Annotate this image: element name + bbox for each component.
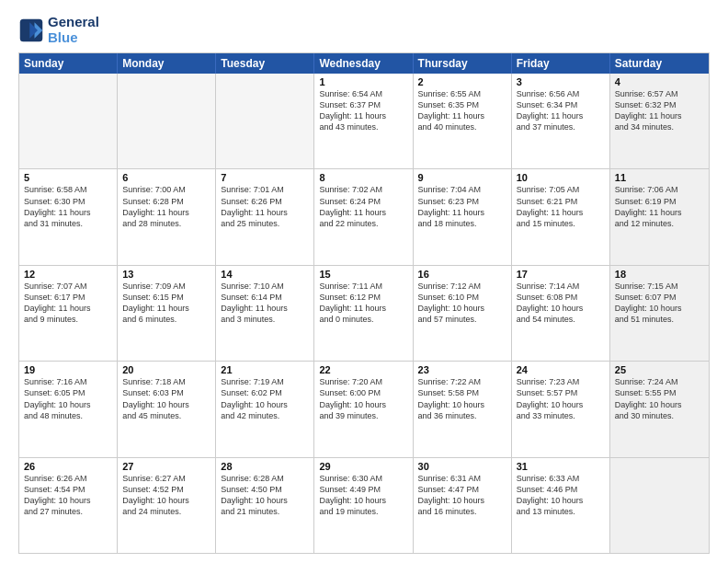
day-cell-23: 23Sunrise: 7:22 AM Sunset: 5:58 PM Dayli… xyxy=(414,362,512,456)
day-info: Sunrise: 7:19 AM Sunset: 6:02 PM Dayligh… xyxy=(221,376,309,421)
day-info: Sunrise: 7:22 AM Sunset: 5:58 PM Dayligh… xyxy=(418,376,506,421)
header-day-wednesday: Wednesday xyxy=(314,53,413,74)
day-info: Sunrise: 7:01 AM Sunset: 6:26 PM Dayligh… xyxy=(221,184,309,229)
empty-cell-4-6 xyxy=(610,458,709,553)
day-info: Sunrise: 7:02 AM Sunset: 6:24 PM Dayligh… xyxy=(319,184,407,229)
day-number: 22 xyxy=(319,364,407,375)
day-cell-27: 27Sunrise: 6:27 AM Sunset: 4:52 PM Dayli… xyxy=(118,458,216,553)
day-info: Sunrise: 7:23 AM Sunset: 5:57 PM Dayligh… xyxy=(517,376,605,421)
logo-icon xyxy=(18,17,44,43)
day-cell-30: 30Sunrise: 6:31 AM Sunset: 4:47 PM Dayli… xyxy=(414,458,512,553)
day-info: Sunrise: 6:58 AM Sunset: 6:30 PM Dayligh… xyxy=(24,184,112,229)
day-info: Sunrise: 7:12 AM Sunset: 6:10 PM Dayligh… xyxy=(418,281,506,326)
day-number: 21 xyxy=(221,364,309,375)
day-info: Sunrise: 7:16 AM Sunset: 6:05 PM Dayligh… xyxy=(24,376,112,421)
day-info: Sunrise: 7:11 AM Sunset: 6:12 PM Dayligh… xyxy=(319,281,407,326)
day-cell-13: 13Sunrise: 7:09 AM Sunset: 6:15 PM Dayli… xyxy=(118,266,216,361)
day-cell-11: 11Sunrise: 7:06 AM Sunset: 6:19 PM Dayli… xyxy=(610,169,709,264)
day-info: Sunrise: 6:56 AM Sunset: 6:34 PM Dayligh… xyxy=(517,88,605,133)
day-info: Sunrise: 6:55 AM Sunset: 6:35 PM Dayligh… xyxy=(418,88,506,133)
day-cell-16: 16Sunrise: 7:12 AM Sunset: 6:10 PM Dayli… xyxy=(414,266,512,361)
day-cell-14: 14Sunrise: 7:10 AM Sunset: 6:14 PM Dayli… xyxy=(216,266,314,361)
header-day-tuesday: Tuesday xyxy=(216,53,314,74)
header-day-sunday: Sunday xyxy=(19,53,118,74)
day-cell-4: 4Sunrise: 6:57 AM Sunset: 6:32 PM Daylig… xyxy=(610,74,709,168)
day-number: 12 xyxy=(24,269,112,280)
day-cell-8: 8Sunrise: 7:02 AM Sunset: 6:24 PM Daylig… xyxy=(314,169,413,264)
day-info: Sunrise: 7:07 AM Sunset: 6:17 PM Dayligh… xyxy=(24,281,112,326)
day-cell-10: 10Sunrise: 7:05 AM Sunset: 6:21 PM Dayli… xyxy=(512,169,610,264)
calendar: SundayMondayTuesdayWednesdayThursdayFrid… xyxy=(18,52,710,554)
day-cell-20: 20Sunrise: 7:18 AM Sunset: 6:03 PM Dayli… xyxy=(118,362,216,456)
day-info: Sunrise: 6:30 AM Sunset: 4:49 PM Dayligh… xyxy=(319,473,407,518)
day-number: 28 xyxy=(221,461,309,472)
day-number: 10 xyxy=(517,172,605,183)
day-info: Sunrise: 6:31 AM Sunset: 4:47 PM Dayligh… xyxy=(418,473,506,518)
day-info: Sunrise: 7:14 AM Sunset: 6:08 PM Dayligh… xyxy=(517,281,605,326)
empty-cell-0-0 xyxy=(19,74,118,168)
day-number: 5 xyxy=(24,172,112,183)
day-info: Sunrise: 6:33 AM Sunset: 4:46 PM Dayligh… xyxy=(517,473,605,518)
day-info: Sunrise: 6:57 AM Sunset: 6:32 PM Dayligh… xyxy=(615,88,704,133)
logo: General Blue xyxy=(18,15,99,45)
day-info: Sunrise: 7:04 AM Sunset: 6:23 PM Dayligh… xyxy=(418,184,506,229)
day-number: 2 xyxy=(418,76,506,87)
day-info: Sunrise: 7:20 AM Sunset: 6:00 PM Dayligh… xyxy=(319,376,407,421)
day-info: Sunrise: 6:27 AM Sunset: 4:52 PM Dayligh… xyxy=(122,473,210,518)
day-number: 29 xyxy=(319,461,407,472)
day-number: 24 xyxy=(517,364,605,375)
day-info: Sunrise: 7:09 AM Sunset: 6:15 PM Dayligh… xyxy=(122,281,210,326)
day-cell-17: 17Sunrise: 7:14 AM Sunset: 6:08 PM Dayli… xyxy=(512,266,610,361)
day-cell-26: 26Sunrise: 6:26 AM Sunset: 4:54 PM Dayli… xyxy=(19,458,118,553)
day-info: Sunrise: 7:10 AM Sunset: 6:14 PM Dayligh… xyxy=(221,281,309,326)
day-cell-18: 18Sunrise: 7:15 AM Sunset: 6:07 PM Dayli… xyxy=(610,266,709,361)
day-number: 8 xyxy=(319,172,407,183)
calendar-row-4: 26Sunrise: 6:26 AM Sunset: 4:54 PM Dayli… xyxy=(19,457,709,553)
day-number: 9 xyxy=(418,172,506,183)
day-cell-1: 1Sunrise: 6:54 AM Sunset: 6:37 PM Daylig… xyxy=(314,74,413,168)
day-cell-24: 24Sunrise: 7:23 AM Sunset: 5:57 PM Dayli… xyxy=(512,362,610,456)
day-number: 13 xyxy=(122,269,210,280)
calendar-row-1: 5Sunrise: 6:58 AM Sunset: 6:30 PM Daylig… xyxy=(19,168,709,264)
calendar-header: SundayMondayTuesdayWednesdayThursdayFrid… xyxy=(19,53,709,74)
day-cell-28: 28Sunrise: 6:28 AM Sunset: 4:50 PM Dayli… xyxy=(216,458,314,553)
day-number: 18 xyxy=(615,269,704,280)
day-number: 31 xyxy=(517,461,605,472)
calendar-row-2: 12Sunrise: 7:07 AM Sunset: 6:17 PM Dayli… xyxy=(19,265,709,361)
day-cell-2: 2Sunrise: 6:55 AM Sunset: 6:35 PM Daylig… xyxy=(414,74,512,168)
page: General Blue SundayMondayTuesdayWednesda… xyxy=(0,0,728,563)
day-cell-29: 29Sunrise: 6:30 AM Sunset: 4:49 PM Dayli… xyxy=(314,458,413,553)
day-number: 25 xyxy=(615,364,704,375)
logo-text: General Blue xyxy=(48,15,99,45)
day-number: 14 xyxy=(221,269,309,280)
day-number: 27 xyxy=(122,461,210,472)
day-cell-3: 3Sunrise: 6:56 AM Sunset: 6:34 PM Daylig… xyxy=(512,74,610,168)
day-info: Sunrise: 7:06 AM Sunset: 6:19 PM Dayligh… xyxy=(615,184,704,229)
day-cell-9: 9Sunrise: 7:04 AM Sunset: 6:23 PM Daylig… xyxy=(414,169,512,264)
day-number: 20 xyxy=(122,364,210,375)
calendar-row-3: 19Sunrise: 7:16 AM Sunset: 6:05 PM Dayli… xyxy=(19,361,709,456)
day-number: 11 xyxy=(615,172,704,183)
day-cell-15: 15Sunrise: 7:11 AM Sunset: 6:12 PM Dayli… xyxy=(314,266,413,361)
day-info: Sunrise: 7:24 AM Sunset: 5:55 PM Dayligh… xyxy=(615,376,704,421)
day-info: Sunrise: 7:15 AM Sunset: 6:07 PM Dayligh… xyxy=(615,281,704,326)
day-cell-25: 25Sunrise: 7:24 AM Sunset: 5:55 PM Dayli… xyxy=(610,362,709,456)
day-number: 7 xyxy=(221,172,309,183)
day-number: 6 xyxy=(122,172,210,183)
day-cell-12: 12Sunrise: 7:07 AM Sunset: 6:17 PM Dayli… xyxy=(19,266,118,361)
empty-cell-0-1 xyxy=(118,74,216,168)
day-info: Sunrise: 7:00 AM Sunset: 6:28 PM Dayligh… xyxy=(122,184,210,229)
day-info: Sunrise: 6:26 AM Sunset: 4:54 PM Dayligh… xyxy=(24,473,112,518)
day-number: 4 xyxy=(615,76,704,87)
day-number: 30 xyxy=(418,461,506,472)
day-info: Sunrise: 6:54 AM Sunset: 6:37 PM Dayligh… xyxy=(319,88,407,133)
calendar-row-0: 1Sunrise: 6:54 AM Sunset: 6:37 PM Daylig… xyxy=(19,74,709,168)
header-day-monday: Monday xyxy=(118,53,216,74)
day-cell-31: 31Sunrise: 6:33 AM Sunset: 4:46 PM Dayli… xyxy=(512,458,610,553)
calendar-body: 1Sunrise: 6:54 AM Sunset: 6:37 PM Daylig… xyxy=(19,74,709,553)
day-number: 23 xyxy=(418,364,506,375)
day-number: 17 xyxy=(517,269,605,280)
day-info: Sunrise: 7:18 AM Sunset: 6:03 PM Dayligh… xyxy=(122,376,210,421)
day-number: 19 xyxy=(24,364,112,375)
header-day-thursday: Thursday xyxy=(414,53,512,74)
